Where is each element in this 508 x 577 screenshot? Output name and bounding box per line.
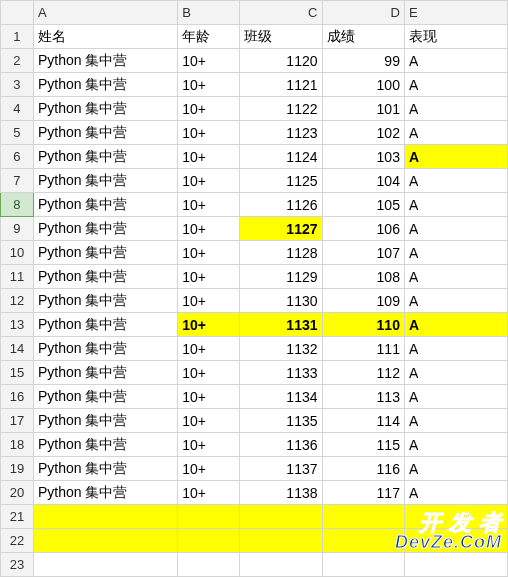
cell-E[interactable]: A	[404, 457, 507, 481]
col-header-C[interactable]: C	[240, 1, 322, 25]
cell-D[interactable]: 101	[322, 97, 404, 121]
cell-A[interactable]: Python 集中营	[33, 49, 177, 73]
row-header[interactable]: 1	[1, 25, 34, 49]
cell-E[interactable]: A	[404, 97, 507, 121]
cell-E[interactable]: 表现	[404, 25, 507, 49]
cell-B[interactable]: 10+	[178, 361, 240, 385]
cell-B[interactable]	[178, 529, 240, 553]
cell-B[interactable]: 10+	[178, 409, 240, 433]
row-header[interactable]: 13	[1, 313, 34, 337]
cell-B[interactable]	[178, 553, 240, 577]
row-header[interactable]: 3	[1, 73, 34, 97]
cell-A[interactable]: Python 集中营	[33, 217, 177, 241]
row-header[interactable]: 9	[1, 217, 34, 241]
cell-B[interactable]: 10+	[178, 217, 240, 241]
row-header[interactable]: 2	[1, 49, 34, 73]
cell-D[interactable]: 102	[322, 121, 404, 145]
cell-E[interactable]: A	[404, 409, 507, 433]
cell-D[interactable]: 108	[322, 265, 404, 289]
cell-C[interactable]: 1129	[240, 265, 322, 289]
cell-C[interactable]	[240, 529, 322, 553]
row-header[interactable]: 7	[1, 169, 34, 193]
cell-C[interactable]: 1122	[240, 97, 322, 121]
cell-D[interactable]	[322, 505, 404, 529]
cell-D[interactable]: 106	[322, 217, 404, 241]
cell-E[interactable]: A	[404, 169, 507, 193]
row-header[interactable]: 17	[1, 409, 34, 433]
row-header[interactable]: 16	[1, 385, 34, 409]
cell-A[interactable]: Python 集中营	[33, 457, 177, 481]
cell-D[interactable]: 105	[322, 193, 404, 217]
cell-D[interactable]: 111	[322, 337, 404, 361]
cell-E[interactable]: A	[404, 217, 507, 241]
row-header[interactable]: 22	[1, 529, 34, 553]
cell-A[interactable]: Python 集中营	[33, 313, 177, 337]
cell-A[interactable]	[33, 529, 177, 553]
cell-C[interactable]: 1126	[240, 193, 322, 217]
cell-E[interactable]	[404, 505, 507, 529]
cell-C[interactable]: 班级	[240, 25, 322, 49]
cell-B[interactable]	[178, 505, 240, 529]
cell-E[interactable]: A	[404, 73, 507, 97]
row-header[interactable]: 19	[1, 457, 34, 481]
cell-D[interactable]: 115	[322, 433, 404, 457]
cell-B[interactable]: 10+	[178, 313, 240, 337]
cell-C[interactable]: 1134	[240, 385, 322, 409]
cell-C[interactable]: 1130	[240, 289, 322, 313]
cell-C[interactable]: 1123	[240, 121, 322, 145]
cell-C[interactable]: 1138	[240, 481, 322, 505]
cell-C[interactable]: 1124	[240, 145, 322, 169]
cell-B[interactable]: 10+	[178, 265, 240, 289]
cell-B[interactable]: 10+	[178, 193, 240, 217]
cell-E[interactable]: A	[404, 193, 507, 217]
row-header[interactable]: 8	[1, 193, 34, 217]
col-header-D[interactable]: D	[322, 1, 404, 25]
cell-C[interactable]: 1137	[240, 457, 322, 481]
cell-E[interactable]: A	[404, 481, 507, 505]
cell-C[interactable]: 1127	[240, 217, 322, 241]
cell-D[interactable]	[322, 553, 404, 577]
cell-C[interactable]	[240, 553, 322, 577]
cell-B[interactable]: 10+	[178, 97, 240, 121]
cell-A[interactable]: Python 集中营	[33, 193, 177, 217]
cell-B[interactable]: 10+	[178, 49, 240, 73]
cell-B[interactable]: 10+	[178, 385, 240, 409]
row-header[interactable]: 18	[1, 433, 34, 457]
cell-A[interactable]: Python 集中营	[33, 97, 177, 121]
cell-C[interactable]: 1135	[240, 409, 322, 433]
cell-A[interactable]: Python 集中营	[33, 385, 177, 409]
cell-D[interactable]: 114	[322, 409, 404, 433]
cell-E[interactable]: A	[404, 49, 507, 73]
cell-E[interactable]: A	[404, 241, 507, 265]
cell-C[interactable]: 1132	[240, 337, 322, 361]
cell-A[interactable]: Python 集中营	[33, 481, 177, 505]
cell-B[interactable]: 年龄	[178, 25, 240, 49]
cell-A[interactable]: Python 集中营	[33, 265, 177, 289]
cell-B[interactable]: 10+	[178, 337, 240, 361]
cell-A[interactable]: Python 集中营	[33, 241, 177, 265]
cell-D[interactable]: 103	[322, 145, 404, 169]
cell-A[interactable]: Python 集中营	[33, 73, 177, 97]
cell-E[interactable]: A	[404, 313, 507, 337]
cell-E[interactable]: A	[404, 337, 507, 361]
cell-B[interactable]: 10+	[178, 481, 240, 505]
cell-E[interactable]: A	[404, 289, 507, 313]
cell-E[interactable]	[404, 553, 507, 577]
cell-E[interactable]: A	[404, 145, 507, 169]
cell-B[interactable]: 10+	[178, 145, 240, 169]
cell-E[interactable]: A	[404, 433, 507, 457]
cell-C[interactable]: 1131	[240, 313, 322, 337]
cell-A[interactable]: Python 集中营	[33, 169, 177, 193]
cell-D[interactable]: 110	[322, 313, 404, 337]
cell-D[interactable]: 成绩	[322, 25, 404, 49]
cell-C[interactable]	[240, 505, 322, 529]
cell-B[interactable]: 10+	[178, 433, 240, 457]
cell-A[interactable]: Python 集中营	[33, 409, 177, 433]
cell-A[interactable]: Python 集中营	[33, 361, 177, 385]
cell-B[interactable]: 10+	[178, 289, 240, 313]
cell-A[interactable]: Python 集中营	[33, 433, 177, 457]
cell-D[interactable]: 113	[322, 385, 404, 409]
cell-D[interactable]: 112	[322, 361, 404, 385]
row-header[interactable]: 6	[1, 145, 34, 169]
cell-D[interactable]: 100	[322, 73, 404, 97]
